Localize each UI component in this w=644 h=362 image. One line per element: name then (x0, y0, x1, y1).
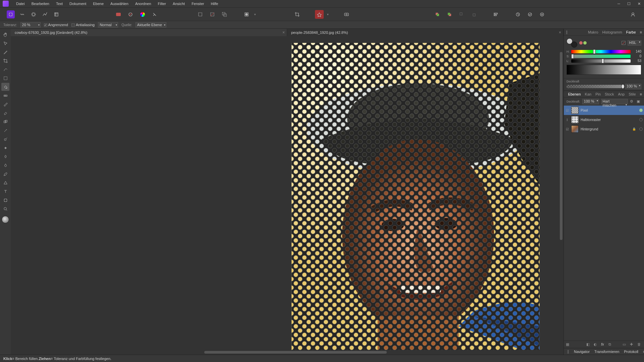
layer-opacity-value[interactable]: 100 % (582, 99, 599, 104)
layer-lock-icon[interactable]: 🔒 (632, 127, 636, 131)
dodge-tool-icon[interactable] (1, 135, 9, 143)
move-tool-icon[interactable] (1, 39, 9, 47)
mesh-tool-icon[interactable] (1, 196, 9, 204)
menu-bearbeiten[interactable]: Bearbeiten (28, 0, 53, 7)
gradient-tool-icon[interactable] (1, 92, 9, 100)
marquee-tool-icon[interactable] (1, 74, 9, 82)
pen-tool-icon[interactable] (1, 170, 9, 178)
menu-filter[interactable]: Filter (155, 0, 169, 7)
sync-icon-1[interactable] (514, 10, 522, 19)
collapse-panel-icon[interactable]: ‖ (566, 30, 568, 34)
shape-tool-icon[interactable] (1, 179, 9, 187)
selection-brush-icon[interactable] (1, 65, 9, 73)
tab-kan[interactable]: Kan (585, 92, 592, 96)
canvas[interactable] (11, 36, 559, 350)
tab-histogramm[interactable]: Histogramm (602, 30, 622, 34)
smudge-tool-icon[interactable] (1, 153, 9, 161)
tab-transformieren[interactable]: Transformieren (594, 350, 619, 354)
lightness-picker[interactable] (567, 65, 641, 75)
inpaint-tool-icon[interactable] (1, 126, 9, 134)
menu-fenster[interactable]: Fenster (188, 0, 207, 7)
menu-auswaehlen[interactable]: Auswählen (107, 0, 132, 7)
blur-tool-icon[interactable] (1, 161, 9, 169)
panel-menu-icon[interactable]: ≡ (640, 30, 642, 34)
color-mode-select[interactable]: HSL (628, 40, 641, 46)
menu-hilfe[interactable]: Hilfe (207, 0, 221, 7)
delete-layer-icon[interactable]: 🗑 (637, 342, 642, 347)
opacity-slider[interactable] (567, 85, 623, 88)
contiguous-checkbox[interactable]: Angrenzend (44, 23, 68, 27)
sat-slider[interactable] (571, 55, 631, 58)
export-persona-icon[interactable] (52, 10, 60, 18)
layer-visibility-icon[interactable] (639, 118, 643, 121)
layer-name[interactable]: Hintergrund (581, 127, 630, 131)
tab-pin[interactable]: Pin (595, 92, 601, 96)
erase-tool-icon[interactable] (1, 109, 9, 117)
tab-anp[interactable]: Anp (618, 92, 625, 96)
crop-tool-icon[interactable] (293, 10, 302, 19)
account-icon[interactable] (629, 10, 637, 19)
source-select[interactable]: Aktuelle Ebene (136, 22, 166, 27)
crop-tool-icon[interactable] (1, 57, 9, 65)
arrange-back-icon[interactable] (445, 10, 454, 19)
close-tab-icon[interactable]: × (282, 30, 285, 35)
minimize-button[interactable]: ─ (614, 0, 624, 7)
tab-stile[interactable]: Stile (629, 92, 636, 96)
doc-tab-1[interactable]: cowboy-67630_1920.jpg [Geändert] (42.8%)… (11, 29, 287, 36)
lum-slider[interactable] (571, 59, 631, 63)
add-layer-icon[interactable]: ✚ (630, 342, 635, 347)
tab-stock[interactable]: Stock (605, 92, 614, 96)
align-icon[interactable] (491, 10, 500, 19)
color-sampler-icon[interactable] (579, 41, 589, 45)
close-button[interactable]: ✕ (634, 0, 644, 7)
group-layers-icon[interactable]: ▭ (623, 342, 627, 347)
assistant-icon[interactable] (315, 10, 324, 19)
tolerance-input[interactable]: 20 % (20, 22, 41, 27)
collapse-panel-icon[interactable]: ‖ (567, 349, 569, 354)
tab-protokoll[interactable]: Protokoll (624, 350, 638, 354)
tab-navigator[interactable]: Navigator (574, 350, 590, 354)
layer-settings-icon[interactable]: ⚙ (630, 99, 635, 104)
clone-tool-icon[interactable] (1, 118, 9, 126)
tab-farbe[interactable]: Farbe (626, 30, 636, 34)
paint-brush-tool-icon[interactable] (1, 100, 9, 108)
live-filter-icon[interactable]: ⧉ (608, 342, 613, 347)
layer-thumbnail-size-icon[interactable]: ▦ (566, 342, 571, 347)
sync-icon-3[interactable] (538, 10, 546, 19)
mask-layer-icon[interactable]: ◧ (586, 342, 591, 347)
quickmask-icon[interactable] (242, 10, 251, 19)
vertical-scrollbar[interactable] (559, 36, 564, 350)
layer-checkbox-icon[interactable]: ☑ (565, 127, 569, 131)
preview-icon[interactable] (342, 10, 351, 19)
panel-menu-icon[interactable]: ≡ (640, 92, 642, 96)
layer-row-hintergrund[interactable]: ☑ Hintergrund 🔒 (564, 124, 644, 134)
antialias-checkbox[interactable]: Antialiasing (71, 23, 95, 27)
menu-dokument[interactable]: Dokument (66, 0, 90, 7)
tab-makro[interactable]: Makro (588, 30, 598, 34)
layer-blendmode-select[interactable]: Hart mischen (601, 99, 628, 104)
layer-collapse-icon[interactable]: ▣ (637, 99, 641, 104)
layer-name[interactable]: Halbtonraster (581, 118, 637, 122)
liquify-persona-icon[interactable] (18, 10, 26, 18)
foreground-color-well[interactable] (2, 216, 9, 223)
layer-visibility-icon[interactable] (639, 127, 643, 131)
menu-text[interactable]: Text (53, 0, 66, 7)
swatch-fill-icon[interactable] (114, 10, 123, 19)
sync-icon-2[interactable] (526, 10, 534, 19)
deselect-icon[interactable] (208, 10, 217, 19)
opacity-value[interactable]: 100 %▾ (625, 84, 641, 89)
develop-persona-icon[interactable] (30, 10, 38, 18)
heal-tool-icon[interactable] (1, 144, 9, 152)
photo-persona-icon[interactable] (7, 10, 15, 18)
text-tool-icon[interactable] (1, 187, 9, 195)
menu-ansicht[interactable]: Ansicht (169, 0, 188, 7)
invert-selection-icon[interactable] (220, 10, 229, 19)
doc-tab-2[interactable]: people-2583848_1920.jpg (42.8%) × (287, 29, 564, 36)
hand-tool-icon[interactable] (1, 31, 9, 39)
tab-ebenen[interactable]: Ebenen (568, 92, 581, 96)
select-all-icon[interactable] (196, 10, 205, 19)
layer-checkbox-icon[interactable]: ☑ (565, 109, 569, 112)
color-swatches[interactable] (567, 38, 577, 48)
menu-anordnen[interactable]: Anordnen (132, 0, 155, 7)
color-wheel-icon[interactable] (138, 10, 147, 19)
